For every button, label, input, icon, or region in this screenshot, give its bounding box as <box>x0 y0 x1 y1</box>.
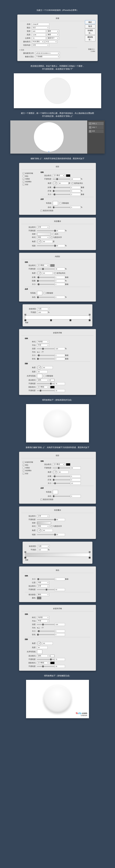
layer-item[interactable]: 背景 <box>88 129 104 133</box>
bit-select[interactable]: 8 位 <box>45 40 57 43</box>
blend-select[interactable]: 正片叠底 <box>37 264 49 267</box>
antialias-check[interactable] <box>44 375 46 377</box>
style-select[interactable]: 内斜面 <box>37 616 49 619</box>
angle-dial[interactable] <box>37 366 41 370</box>
grad-type-select[interactable]: 实底 <box>37 545 50 548</box>
checkbox-icon[interactable] <box>23 175 25 177</box>
height-input[interactable]: 1136 <box>32 33 46 36</box>
gradient-bar[interactable] <box>25 553 90 557</box>
opacity-stop-icon[interactable] <box>89 551 90 553</box>
style-select[interactable]: 线性 <box>37 236 49 239</box>
name-input[interactable]: ON&Off <box>32 23 49 26</box>
angle-input[interactable]: 90 <box>42 366 53 369</box>
knockout-check[interactable] <box>40 499 42 500</box>
sh-swatch[interactable] <box>50 662 55 664</box>
checkbox-icon[interactable] <box>23 473 25 474</box>
width-unit[interactable]: 像素 <box>47 30 59 33</box>
opacity-input[interactable]: 30 <box>70 467 81 469</box>
distance-input[interactable]: 1 <box>55 276 65 279</box>
size-slider[interactable] <box>37 284 55 285</box>
contour-picker[interactable] <box>53 490 58 494</box>
angle-dial[interactable] <box>53 470 57 474</box>
angle-dial[interactable] <box>37 240 41 244</box>
reverse-check[interactable] <box>52 233 54 235</box>
color-stop-icon[interactable] <box>25 557 26 559</box>
color-swatch[interactable] <box>66 174 70 177</box>
gradient-bar[interactable] <box>25 316 90 319</box>
soften-input[interactable]: 0 <box>55 633 65 636</box>
distance-slider[interactable] <box>37 277 55 278</box>
opacity-input[interactable]: 100 <box>55 518 65 521</box>
mode-select[interactable]: RGB 颜色 <box>32 40 44 43</box>
color-stop-icon[interactable] <box>89 557 90 559</box>
opacity-input[interactable]: 30 <box>55 268 65 270</box>
checkbox-icon[interactable] <box>23 181 25 183</box>
angle-input[interactable]: 90 <box>58 182 68 185</box>
hl-op-input[interactable]: 75 <box>55 382 65 385</box>
sh-op-slider[interactable] <box>37 390 55 391</box>
depth-slider[interactable] <box>37 624 55 625</box>
angle-input[interactable]: 90 <box>42 240 53 243</box>
hl-op-input[interactable]: 75 <box>55 658 65 661</box>
hl-op-slider[interactable] <box>37 383 55 384</box>
angle-dial[interactable] <box>37 271 41 275</box>
scale-input[interactable]: 100 <box>55 533 65 536</box>
opacity-slider[interactable] <box>53 468 70 468</box>
distance-slider[interactable] <box>53 187 70 188</box>
spread-input[interactable]: 0 <box>70 478 81 481</box>
method-select[interactable]: 平滑 <box>37 620 49 622</box>
altitude-input[interactable]: 30 <box>37 370 48 373</box>
smooth-input[interactable]: 100 <box>37 311 48 314</box>
angle-input[interactable]: 90 <box>58 471 68 473</box>
angle-input[interactable]: 90 <box>42 272 53 275</box>
stroke-size-slider[interactable] <box>37 579 55 580</box>
blend-select[interactable]: 正片叠底 <box>53 174 65 177</box>
antialias-check[interactable] <box>44 292 46 294</box>
style-select[interactable]: 线性 <box>37 525 49 528</box>
distance-input[interactable]: 2 <box>70 186 81 189</box>
spread-slider[interactable] <box>53 191 70 191</box>
noise-slider[interactable] <box>37 297 55 298</box>
cancel-button[interactable]: 取消 <box>85 25 95 28</box>
sh-op-slider[interactable] <box>37 666 55 667</box>
width-input[interactable]: 640 <box>32 30 46 33</box>
contour-picker[interactable] <box>37 291 42 295</box>
hl-swatch[interactable] <box>50 655 55 657</box>
preset-select[interactable]: 自定 <box>32 26 49 29</box>
ok-button[interactable]: 确定 <box>85 20 95 24</box>
profile-select[interactable]: sRGB IEC61966-2.1 <box>35 52 60 55</box>
global-light-check[interactable] <box>71 182 74 184</box>
bsize-input[interactable]: 5 <box>55 630 65 632</box>
choke-slider[interactable] <box>37 280 55 281</box>
bsize-input[interactable]: 3 <box>55 354 65 357</box>
res-unit[interactable]: 像素/英寸 <box>47 37 59 40</box>
spread-slider[interactable] <box>53 479 70 480</box>
scale-input[interactable]: 100 <box>55 244 65 247</box>
color-stop-icon[interactable] <box>25 319 26 321</box>
depth-input[interactable]: 100 <box>55 347 65 350</box>
soften-input[interactable]: 0 <box>55 358 65 360</box>
checkbox-icon[interactable] <box>23 467 25 469</box>
opacity-slider[interactable] <box>37 269 55 269</box>
opacity-stop-icon[interactable] <box>25 314 26 316</box>
noise-input[interactable]: 0 <box>55 296 65 299</box>
gradient-picker[interactable] <box>37 522 51 524</box>
noise-input[interactable]: 0 <box>70 206 81 209</box>
blend-select[interactable]: 正常 <box>37 515 49 518</box>
size-slider[interactable] <box>53 194 70 195</box>
opacity-stop-icon[interactable] <box>89 314 90 316</box>
grad-type-select[interactable]: 实底 <box>37 308 50 310</box>
scale-slider[interactable] <box>37 534 55 535</box>
blend-select[interactable]: 正常 <box>37 585 49 588</box>
hl-select[interactable]: 滤色 <box>37 654 49 657</box>
checkbox-icon[interactable] <box>23 178 25 180</box>
height-unit[interactable]: 像素 <box>47 33 59 36</box>
sh-select[interactable]: 正片叠底 <box>37 661 49 664</box>
smooth-input[interactable]: 100 <box>37 549 48 551</box>
angle-dial[interactable] <box>53 181 57 185</box>
color-stop-icon[interactable] <box>89 319 90 321</box>
color-swatch[interactable] <box>50 264 55 267</box>
soften-slider[interactable] <box>37 359 55 359</box>
sh-op-input[interactable]: 30 <box>55 665 65 668</box>
knockout-check[interactable] <box>40 210 42 212</box>
